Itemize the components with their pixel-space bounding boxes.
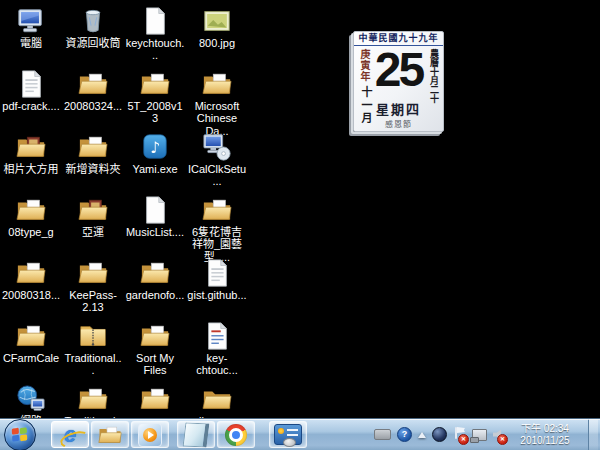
desktop-icon-800jpg[interactable]: 800.jpg xyxy=(186,6,248,69)
document-icon xyxy=(138,6,172,36)
desktop-icon-cfarmcale[interactable]: CFarmCale xyxy=(0,321,62,384)
recycle-bin-icon xyxy=(76,6,110,36)
document-icon xyxy=(138,195,172,225)
desktop-icon-label: 20080318... xyxy=(2,289,60,301)
folder-paper-icon xyxy=(76,384,110,414)
show-desktop-button[interactable] xyxy=(588,419,598,450)
notepad-icon xyxy=(183,422,210,447)
keyboard-icon[interactable] xyxy=(374,427,391,443)
folder-paper-icon xyxy=(14,258,48,288)
desktop-icon-label: MusicList.... xyxy=(126,226,184,238)
desktop-icon-keepass[interactable]: KeePass-2.13 xyxy=(62,258,124,321)
calendar-widget[interactable]: 中華民國九十九年 庚寅年 25 農曆十月二十 十一月 星期四 感恩節 xyxy=(353,31,444,132)
desktop-icon-20080318[interactable]: 20080318... xyxy=(0,258,62,321)
folder-paper-icon xyxy=(76,258,110,288)
desktop-icon-label: 20080324... xyxy=(64,100,122,112)
show-hidden-icons-arrow-icon[interactable] xyxy=(418,427,426,443)
clock-time: 下午 02:34 xyxy=(511,423,579,435)
desktop-icon-computer[interactable]: 電腦 xyxy=(0,6,62,69)
folder-icon xyxy=(200,384,234,414)
windows-flag-icon xyxy=(12,427,28,441)
desktop-icon-label: Traditional... xyxy=(63,352,123,377)
desktop-icon-grid: 電腦 資源回收筒 keychtouch... 800.jpg pdf-crack… xyxy=(0,6,248,447)
folder-paper-icon xyxy=(200,195,234,225)
calendar-lunar-date: 農曆十月二十 xyxy=(428,49,441,103)
calendar-holiday: 感恩節 xyxy=(354,118,443,129)
computer-icon xyxy=(14,6,48,36)
tray-grip[interactable] xyxy=(364,423,372,447)
desktop-icon-sort-my-files[interactable]: Sort My Files xyxy=(124,321,186,384)
taskbar: e ? ✕ ✕ xyxy=(0,418,600,450)
folder-paper-icon xyxy=(138,69,172,99)
folder-paper-icon xyxy=(138,321,172,351)
desktop-icon-label: Sort My Files xyxy=(125,352,185,377)
desktop-icon-label: key-chtouc... xyxy=(187,352,247,377)
desktop-icon-label: CFarmCale xyxy=(3,352,59,364)
quick-launch-grip[interactable] xyxy=(40,423,48,447)
desktop-icon-20080324[interactable]: 20080324... xyxy=(62,69,124,132)
desktop-icon-label: 資源回收筒 xyxy=(66,37,121,49)
desktop-icon-mascots[interactable]: 6隻花博吉祥物_園藝型_... xyxy=(186,195,248,258)
desktop-icon-asian-games[interactable]: 亞運 xyxy=(62,195,124,258)
help-icon[interactable]: ? xyxy=(397,427,412,443)
taskbar-media-player-button[interactable] xyxy=(131,421,169,448)
calendar-day-number: 25 xyxy=(367,42,430,97)
globe-icon[interactable] xyxy=(432,427,447,443)
desktop-icon-key-chtouc[interactable]: key-chtouc... xyxy=(186,321,248,384)
windows-explorer-icon xyxy=(97,423,123,447)
calendar-weekday: 星期四 xyxy=(354,99,443,118)
desktop-icon-label: pdf-crack.... xyxy=(2,100,59,112)
desktop-icon-label: 08type_g xyxy=(8,226,53,238)
desktop-icon-label: KeePass-2.13 xyxy=(63,289,123,314)
folder-paper-icon xyxy=(138,384,172,414)
folder-paper-icon xyxy=(138,258,172,288)
desktop-icon-08type-g[interactable]: 08type_g xyxy=(0,195,62,258)
web-document-icon xyxy=(200,258,234,288)
desktop-icon-label: 相片大方用 xyxy=(4,163,59,175)
desktop-icon-pdf-crack[interactable]: pdf-crack.... xyxy=(0,69,62,132)
desktop-icon-yami-exe[interactable]: Yami.exe xyxy=(124,132,186,195)
volume-muted-icon[interactable]: ✕ xyxy=(493,427,505,443)
desktop-icon-photos-folder[interactable]: 相片大方用 xyxy=(0,132,62,195)
desktop-icon-label: gardenofo... xyxy=(126,289,185,301)
installer-icon xyxy=(200,132,234,162)
calendar-body: 庚寅年 25 農曆十月二十 十一月 星期四 感恩節 xyxy=(354,46,443,131)
start-button[interactable] xyxy=(4,419,36,450)
taskbar-notepad-button[interactable] xyxy=(177,421,215,448)
document-icon xyxy=(14,69,48,99)
folder-paper-icon xyxy=(14,321,48,351)
desktop-icon-traditional-zip[interactable]: Traditional... xyxy=(62,321,124,384)
folder-photo-icon xyxy=(76,195,110,225)
desktop: ♪ 電腦 資源回收筒 keychtouch... 8 xyxy=(0,0,600,450)
desktop-icon-gardenofo[interactable]: gardenofo... xyxy=(124,258,186,321)
control-panel-app-icon xyxy=(274,424,302,445)
network-status-icon[interactable] xyxy=(472,427,487,443)
network-icon xyxy=(14,384,48,414)
desktop-icon-label: 新增資料夾 xyxy=(66,163,121,175)
action-center-flag-alert-icon[interactable]: ✕ xyxy=(453,427,466,443)
folder-paper-icon xyxy=(76,69,110,99)
desktop-icon-label: keychtouch... xyxy=(125,37,185,62)
desktop-icon-5t-2008v13[interactable]: 5T_2008v13 xyxy=(124,69,186,132)
taskbar-internet-explorer-button[interactable]: e xyxy=(51,421,89,448)
folder-photo-icon xyxy=(14,132,48,162)
desktop-icon-gist-github[interactable]: gist.github... xyxy=(186,258,248,321)
taskbar-windows-explorer-button[interactable] xyxy=(91,421,129,448)
taskbar-clock[interactable]: 下午 02:34 2010/11/25 xyxy=(511,423,579,447)
desktop-icon-recycle-bin[interactable]: 資源回收筒 xyxy=(62,6,124,69)
desktop-icon-icalclk-setup[interactable]: ICalClkSetu... xyxy=(186,132,248,195)
chrome-icon xyxy=(225,424,247,446)
taskbar-chrome-button[interactable] xyxy=(217,421,255,448)
zip-folder-icon xyxy=(76,321,110,351)
desktop-icon-keychtouch[interactable]: keychtouch... xyxy=(124,6,186,69)
desktop-icon-musiclist[interactable]: MusicList.... xyxy=(124,195,186,258)
taskbar-control-panel-app-button[interactable] xyxy=(269,421,307,448)
clock-date: 2010/11/25 xyxy=(511,435,579,447)
music-app-icon xyxy=(138,132,172,162)
desktop-icon-microsoft-chinese[interactable]: Microsoft Chinese Da... xyxy=(186,69,248,132)
windows-media-player-icon xyxy=(138,423,162,447)
desktop-icon-label: Yami.exe xyxy=(132,163,177,175)
text-document-icon xyxy=(200,321,234,351)
desktop-icon-new-folder[interactable]: 新增資料夾 xyxy=(62,132,124,195)
desktop-icon-label: 800.jpg xyxy=(199,37,235,49)
